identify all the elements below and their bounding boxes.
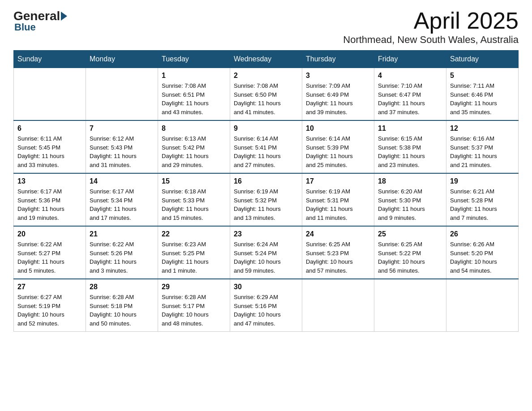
calendar-header-monday: Monday bbox=[86, 51, 158, 68]
logo: General Blue bbox=[13, 9, 68, 33]
calendar-cell: 4Sunrise: 7:10 AMSunset: 6:47 PMDaylight… bbox=[374, 68, 446, 121]
title-section: April 2025 Northmead, New South Wales, A… bbox=[343, 9, 519, 46]
calendar-cell bbox=[302, 279, 374, 332]
calendar-week-row-5: 27Sunrise: 6:27 AMSunset: 5:19 PMDayligh… bbox=[14, 279, 519, 332]
day-info: Sunrise: 6:24 AMSunset: 5:24 PMDaylight:… bbox=[234, 240, 298, 275]
calendar-cell: 14Sunrise: 6:17 AMSunset: 5:34 PMDayligh… bbox=[86, 173, 158, 226]
day-number: 11 bbox=[378, 124, 442, 133]
day-info: Sunrise: 6:17 AMSunset: 5:34 PMDaylight:… bbox=[90, 187, 154, 222]
day-number: 27 bbox=[17, 283, 82, 291]
day-info: Sunrise: 7:08 AMSunset: 6:51 PMDaylight:… bbox=[162, 81, 226, 116]
day-number: 19 bbox=[450, 177, 515, 185]
day-info: Sunrise: 6:27 AMSunset: 5:19 PMDaylight:… bbox=[17, 293, 82, 328]
day-number: 5 bbox=[450, 72, 515, 80]
calendar-cell: 12Sunrise: 6:16 AMSunset: 5:37 PMDayligh… bbox=[446, 120, 519, 173]
calendar-cell: 13Sunrise: 6:17 AMSunset: 5:36 PMDayligh… bbox=[14, 173, 86, 226]
day-number: 24 bbox=[306, 230, 370, 238]
calendar-cell: 5Sunrise: 7:11 AMSunset: 6:46 PMDaylight… bbox=[446, 68, 519, 121]
day-number: 22 bbox=[162, 230, 226, 238]
calendar-cell: 22Sunrise: 6:23 AMSunset: 5:25 PMDayligh… bbox=[158, 226, 230, 279]
day-number: 29 bbox=[162, 283, 226, 291]
calendar-table: SundayMondayTuesdayWednesdayThursdayFrid… bbox=[13, 50, 519, 332]
calendar-cell: 11Sunrise: 6:15 AMSunset: 5:38 PMDayligh… bbox=[374, 120, 446, 173]
calendar-cell: 16Sunrise: 6:19 AMSunset: 5:32 PMDayligh… bbox=[230, 173, 302, 226]
day-info: Sunrise: 6:28 AMSunset: 5:18 PMDaylight:… bbox=[90, 293, 154, 328]
day-number: 18 bbox=[378, 177, 442, 185]
day-number: 21 bbox=[90, 230, 154, 238]
day-info: Sunrise: 6:12 AMSunset: 5:43 PMDaylight:… bbox=[90, 134, 154, 169]
calendar-cell bbox=[14, 68, 86, 121]
calendar-header-row: SundayMondayTuesdayWednesdayThursdayFrid… bbox=[14, 51, 519, 68]
calendar-cell bbox=[446, 279, 519, 332]
page-header: General Blue April 2025 Northmead, New S… bbox=[13, 9, 519, 46]
day-info: Sunrise: 6:22 AMSunset: 5:26 PMDaylight:… bbox=[90, 240, 154, 275]
day-number: 14 bbox=[90, 177, 154, 185]
calendar-header-saturday: Saturday bbox=[446, 51, 519, 68]
day-number: 23 bbox=[234, 230, 298, 238]
calendar-cell: 27Sunrise: 6:27 AMSunset: 5:19 PMDayligh… bbox=[14, 279, 86, 332]
day-info: Sunrise: 6:16 AMSunset: 5:37 PMDaylight:… bbox=[450, 134, 515, 169]
calendar-cell: 24Sunrise: 6:25 AMSunset: 5:23 PMDayligh… bbox=[302, 226, 374, 279]
calendar-header-sunday: Sunday bbox=[14, 51, 86, 68]
day-info: Sunrise: 6:11 AMSunset: 5:45 PMDaylight:… bbox=[17, 134, 82, 169]
calendar-cell: 1Sunrise: 7:08 AMSunset: 6:51 PMDaylight… bbox=[158, 68, 230, 121]
day-info: Sunrise: 6:18 AMSunset: 5:33 PMDaylight:… bbox=[162, 187, 226, 222]
calendar-header-wednesday: Wednesday bbox=[230, 51, 302, 68]
day-info: Sunrise: 6:25 AMSunset: 5:23 PMDaylight:… bbox=[306, 240, 370, 275]
day-info: Sunrise: 6:13 AMSunset: 5:42 PMDaylight:… bbox=[162, 134, 226, 169]
calendar-cell: 19Sunrise: 6:21 AMSunset: 5:28 PMDayligh… bbox=[446, 173, 519, 226]
day-number: 28 bbox=[90, 283, 154, 291]
calendar-cell: 6Sunrise: 6:11 AMSunset: 5:45 PMDaylight… bbox=[14, 120, 86, 173]
calendar-cell: 17Sunrise: 6:19 AMSunset: 5:31 PMDayligh… bbox=[302, 173, 374, 226]
day-number: 26 bbox=[450, 230, 515, 238]
day-number: 1 bbox=[162, 72, 226, 80]
day-number: 30 bbox=[234, 283, 298, 291]
day-number: 6 bbox=[17, 124, 82, 133]
calendar-cell: 25Sunrise: 6:25 AMSunset: 5:22 PMDayligh… bbox=[374, 226, 446, 279]
calendar-cell: 28Sunrise: 6:28 AMSunset: 5:18 PMDayligh… bbox=[86, 279, 158, 332]
logo-blue-text: Blue bbox=[14, 21, 36, 33]
calendar-week-row-3: 13Sunrise: 6:17 AMSunset: 5:36 PMDayligh… bbox=[14, 173, 519, 226]
day-number: 16 bbox=[234, 177, 298, 185]
calendar-header-thursday: Thursday bbox=[302, 51, 374, 68]
day-info: Sunrise: 6:20 AMSunset: 5:30 PMDaylight:… bbox=[378, 187, 442, 222]
day-number: 2 bbox=[234, 72, 298, 80]
calendar-header-tuesday: Tuesday bbox=[158, 51, 230, 68]
calendar-cell: 18Sunrise: 6:20 AMSunset: 5:30 PMDayligh… bbox=[374, 173, 446, 226]
day-info: Sunrise: 6:29 AMSunset: 5:16 PMDaylight:… bbox=[234, 293, 298, 328]
calendar-cell: 7Sunrise: 6:12 AMSunset: 5:43 PMDaylight… bbox=[86, 120, 158, 173]
calendar-week-row-1: 1Sunrise: 7:08 AMSunset: 6:51 PMDaylight… bbox=[14, 68, 519, 121]
day-info: Sunrise: 6:19 AMSunset: 5:32 PMDaylight:… bbox=[234, 187, 298, 222]
calendar-cell bbox=[86, 68, 158, 121]
day-info: Sunrise: 6:17 AMSunset: 5:36 PMDaylight:… bbox=[17, 187, 82, 222]
day-number: 12 bbox=[450, 124, 515, 133]
day-number: 25 bbox=[378, 230, 442, 238]
day-number: 3 bbox=[306, 72, 370, 80]
location-title: Northmead, New South Wales, Australia bbox=[343, 34, 519, 46]
calendar-cell: 9Sunrise: 6:14 AMSunset: 5:41 PMDaylight… bbox=[230, 120, 302, 173]
calendar-week-row-4: 20Sunrise: 6:22 AMSunset: 5:27 PMDayligh… bbox=[14, 226, 519, 279]
calendar-cell: 2Sunrise: 7:08 AMSunset: 6:50 PMDaylight… bbox=[230, 68, 302, 121]
calendar-cell: 20Sunrise: 6:22 AMSunset: 5:27 PMDayligh… bbox=[14, 226, 86, 279]
day-info: Sunrise: 7:08 AMSunset: 6:50 PMDaylight:… bbox=[234, 81, 298, 116]
day-info: Sunrise: 6:28 AMSunset: 5:17 PMDaylight:… bbox=[162, 293, 226, 328]
day-info: Sunrise: 6:22 AMSunset: 5:27 PMDaylight:… bbox=[17, 240, 82, 275]
calendar-cell bbox=[374, 279, 446, 332]
day-number: 13 bbox=[17, 177, 82, 185]
calendar-cell: 15Sunrise: 6:18 AMSunset: 5:33 PMDayligh… bbox=[158, 173, 230, 226]
day-info: Sunrise: 6:25 AMSunset: 5:22 PMDaylight:… bbox=[378, 240, 442, 275]
day-info: Sunrise: 6:15 AMSunset: 5:38 PMDaylight:… bbox=[378, 134, 442, 169]
day-info: Sunrise: 6:26 AMSunset: 5:20 PMDaylight:… bbox=[450, 240, 515, 275]
day-number: 9 bbox=[234, 124, 298, 133]
calendar-cell: 30Sunrise: 6:29 AMSunset: 5:16 PMDayligh… bbox=[230, 279, 302, 332]
month-title: April 2025 bbox=[343, 9, 519, 32]
day-info: Sunrise: 7:09 AMSunset: 6:49 PMDaylight:… bbox=[306, 81, 370, 116]
calendar-cell: 29Sunrise: 6:28 AMSunset: 5:17 PMDayligh… bbox=[158, 279, 230, 332]
logo-arrow-icon bbox=[61, 12, 67, 21]
day-info: Sunrise: 6:14 AMSunset: 5:41 PMDaylight:… bbox=[234, 134, 298, 169]
day-number: 7 bbox=[90, 124, 154, 133]
day-number: 4 bbox=[378, 72, 442, 80]
day-number: 15 bbox=[162, 177, 226, 185]
day-number: 8 bbox=[162, 124, 226, 133]
day-info: Sunrise: 6:23 AMSunset: 5:25 PMDaylight:… bbox=[162, 240, 226, 275]
